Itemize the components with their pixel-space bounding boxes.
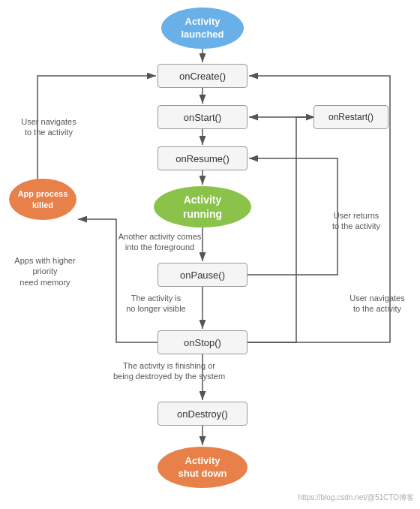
watermark: https://blog.csdn.net/@51CTO博客	[298, 492, 414, 503]
user-returns-label: User returns to the activity	[322, 210, 390, 232]
onresume-label: onResume()	[176, 153, 230, 164]
activity-shutdown-label: Activity shut down	[178, 455, 227, 480]
onstart-label: onStart()	[184, 112, 222, 123]
onrestart-node: onRestart()	[314, 105, 388, 129]
onstop-label: onStop()	[184, 337, 221, 348]
oncreate-node: onCreate()	[158, 64, 248, 88]
app-killed-label: App process killed	[18, 188, 68, 210]
oncreate-label: onCreate()	[179, 71, 226, 82]
onrestart-label: onRestart()	[328, 112, 374, 122]
user-navigates-right-label: User navigates to the activity	[344, 293, 411, 315]
activity-launched-label: Activity launched	[181, 16, 224, 41]
app-killed-node: App process killed	[9, 179, 76, 220]
onstart-node: onStart()	[158, 105, 248, 129]
no-longer-visible-label: The activity is no longer visible	[111, 293, 201, 315]
ondestroy-label: onDestroy()	[177, 408, 228, 420]
onstop-node: onStop()	[158, 330, 248, 354]
user-navigates-label: User navigates to the activity	[15, 116, 82, 138]
ondestroy-node: onDestroy()	[158, 402, 248, 426]
another-activity-label: Another activity comes into the foregrou…	[111, 231, 208, 253]
higher-priority-label: Apps with higher priority need memory	[8, 255, 82, 288]
onresume-node: onResume()	[158, 146, 248, 170]
onpause-node: onPause()	[158, 263, 248, 287]
activity-shutdown-node: Activity shut down	[158, 447, 248, 488]
onpause-label: onPause()	[180, 270, 225, 281]
finishing-label: The activity is finishing or being destr…	[111, 360, 227, 382]
activity-running-label: Activity running	[183, 193, 222, 220]
activity-launched-node: Activity launched	[161, 8, 244, 49]
activity-running-node: Activity running	[154, 186, 251, 227]
activity-lifecycle-diagram: Activity launched onCreate() onStart() o…	[0, 0, 420, 509]
